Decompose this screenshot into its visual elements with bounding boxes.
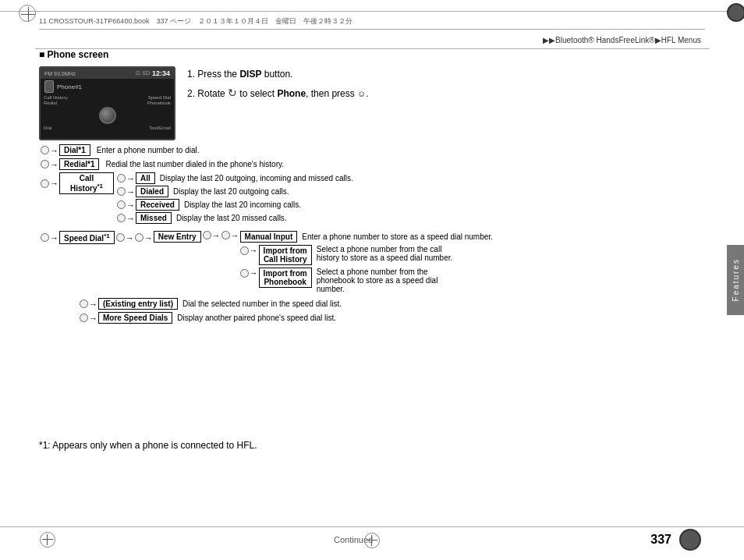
step2-suffix: , then press ☺. <box>306 88 369 99</box>
menu-box-morespeeddials: More Speed Dials <box>98 312 172 324</box>
phone-screen-image: FM 93.0MHz ⊡ SD 12:34 Phone#1 Call Histo… <box>39 66 175 140</box>
menu-box-callhistory: CallHistory*1 <box>59 172 114 194</box>
icon-redial <box>41 160 49 168</box>
icon-import-callhistory <box>240 246 249 255</box>
section-title: ■ Phone screen <box>39 49 701 60</box>
menu-desc-import-callhistory: Select a phone number from the call hist… <box>317 245 457 262</box>
icon-speeddial3 <box>135 233 143 242</box>
menu-box-dialed: Dialed <box>136 186 168 197</box>
corner-crosshair-bl <box>39 531 56 548</box>
icon-callhistory <box>41 179 49 188</box>
icon-speeddial <box>41 233 49 242</box>
menu-box-all: All <box>136 172 155 184</box>
menu-box-redial: Redial*1 <box>59 158 99 170</box>
menu-desc-missed: Display the last 20 missed calls. <box>176 214 287 222</box>
icon-import-phonebook <box>240 269 249 278</box>
menu-box-newentry: New Entry <box>154 231 201 243</box>
menu-desc-manualinput: Enter a phone number to store as a speed… <box>302 232 493 241</box>
menu-box-speeddial: Speed Dial*1 <box>59 231 115 244</box>
menu-box-dial: Dial*1 <box>59 144 90 156</box>
icon-dial <box>41 146 49 154</box>
file-info-bar: 11 CROSSTOUR-31TP66400.book 337 ページ ２０１３… <box>39 14 705 30</box>
menu-box-missed: Missed <box>136 212 172 224</box>
menu-box-import-callhistory: Import fromCall History <box>259 245 312 265</box>
menu-desc-import-phonebook: Select a phone number from the phonebook… <box>317 268 457 293</box>
menu-desc-received: Display the last 20 incoming calls. <box>184 200 301 209</box>
corner-crosshair-br <box>679 529 701 551</box>
menu-box-manualinput: Manual Input <box>240 231 298 243</box>
menu-desc-all: Display the last 20 outgoing, incoming a… <box>160 174 353 183</box>
footnote: *1: Appears only when a phone is connect… <box>39 440 257 451</box>
step1-suffix: button. <box>261 69 292 80</box>
menu-desc-dialed: Display the last 20 outgoing calls. <box>173 187 289 196</box>
features-tab: Features <box>727 245 744 315</box>
features-tab-label: Features <box>732 258 740 301</box>
icon-newentry2 <box>221 231 230 239</box>
content-area: ■ Phone screen FM 93.0MHz ⊡ SD 12:34 Pho… <box>39 43 701 521</box>
page-number: 337 <box>650 533 671 547</box>
icon-existing <box>80 299 88 308</box>
icon-morespeeddials <box>80 314 88 322</box>
bottom-right: 337 <box>650 529 701 551</box>
menu-box-import-phonebook: Import fromPhonebook <box>259 268 312 288</box>
bottom-divider <box>0 526 744 527</box>
bottom-left <box>39 531 56 548</box>
icon-missed <box>117 214 126 222</box>
menu-desc-dial: Enter a phone number to dial. <box>97 146 200 154</box>
file-info-text: 11 CROSSTOUR-31TP66400.book 337 ページ ２０１３… <box>39 16 353 27</box>
phone-time: 12:34 <box>152 69 170 77</box>
phone-label: Phone#1 <box>57 83 82 90</box>
menu-desc-existing: Dial the selected number in the speed di… <box>182 299 342 308</box>
footnote-text: *1: Appears only when a phone is connect… <box>39 440 257 451</box>
step1-bold: DISP <box>239 69 261 80</box>
bottom-center-crosshair <box>363 532 381 549</box>
menu-box-received: Received <box>136 199 179 211</box>
step2-prefix: 2. Rotate <box>187 88 228 99</box>
icon-dialed <box>117 187 126 196</box>
step2-bold: Phone <box>277 88 306 99</box>
icon-newentry <box>203 231 211 239</box>
icon-all <box>117 174 126 183</box>
menu-box-existing: (Existing entry list) <box>98 298 178 310</box>
phone-fm-text: FM 93.0MHz <box>44 71 76 76</box>
step1-prefix: 1. Press the <box>187 69 239 80</box>
icon-received <box>117 200 126 209</box>
icon-speeddial2 <box>116 233 125 242</box>
menu-desc-redial: Redial the last number dialed in the pho… <box>105 160 284 168</box>
menu-desc-morespeeddials: Display another paired phone's speed dia… <box>177 314 336 322</box>
instructions: 1. Press the DISP button. 2. Rotate ↻ to… <box>187 66 369 103</box>
menu-tree: → Dial*1 Enter a phone number to dial. →… <box>39 144 678 326</box>
